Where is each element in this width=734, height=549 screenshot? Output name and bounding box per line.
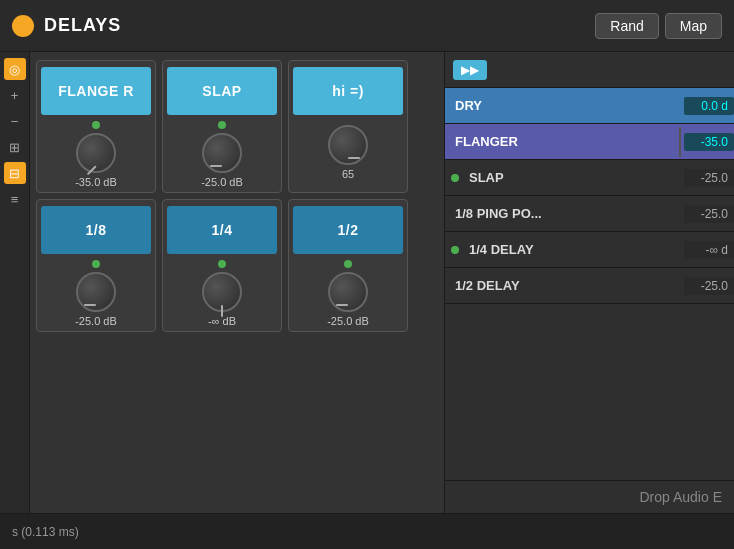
1-4-label: 1/4 [167, 206, 277, 254]
1-8-knob-indicator [84, 304, 96, 306]
1-2-knob-indicator [336, 304, 348, 306]
flanger-knob-indicator [87, 165, 97, 175]
drop-audio-zone[interactable]: Drop Audio E [445, 480, 734, 513]
right-top-bar: ▶▶ [445, 52, 734, 88]
chain-item-1-8-ping[interactable]: 1/8 PING PO... -25.0 [445, 196, 734, 232]
1-4-active-dot [218, 260, 226, 268]
map-button[interactable]: Map [665, 13, 722, 39]
1-4-knob-indicator [221, 305, 223, 317]
1-2-channel[interactable]: 1/2 -25.0 dB [288, 199, 408, 332]
1-4-knob-container: -∞ dB [202, 272, 242, 327]
slap-channel[interactable]: SLAP -25.0 dB [162, 60, 282, 193]
chain-value-1-2-delay: -25.0 [684, 277, 734, 295]
1-2-knob-container: -25.0 dB [327, 272, 369, 327]
hi-value: 65 [342, 168, 354, 180]
chain-value-flanger: -35.0 [684, 133, 734, 151]
add-track-icon[interactable]: ⊞ [4, 136, 26, 158]
chain-dot-slap [451, 174, 459, 182]
slap-value: -25.0 dB [201, 176, 243, 188]
1-2-value: -25.0 dB [327, 315, 369, 327]
headphones-icon[interactable]: ◎ [4, 58, 26, 80]
play-button[interactable]: ▶▶ [453, 60, 487, 80]
main-content: ◎ + − ⊞ ⊟ ≡ FLANGE R -35.0 dB SLAP [0, 52, 734, 513]
power-indicator[interactable] [12, 15, 34, 37]
sidebar: ◎ + − ⊞ ⊟ ≡ [0, 52, 30, 513]
right-panel: ▶▶ DRY 0.0 d FLANGER -35.0 SLAP -25.0 [445, 52, 734, 513]
rand-button[interactable]: Rand [595, 13, 658, 39]
hi-channel[interactable]: hi =) 65 [288, 60, 408, 193]
collapse-icon[interactable]: ⊟ [4, 162, 26, 184]
flanger-channel[interactable]: FLANGE R -35.0 dB [36, 60, 156, 193]
status-bar: s (0.113 ms) [0, 513, 734, 549]
1-8-channel[interactable]: 1/8 -25.0 dB [36, 199, 156, 332]
slap-knob-indicator [210, 165, 222, 167]
hi-knob-container: 65 [328, 125, 368, 180]
top-bar: DELAYS Rand Map [0, 0, 734, 52]
slap-active-dot [218, 121, 226, 129]
1-4-channel[interactable]: 1/4 -∞ dB [162, 199, 282, 332]
slap-knob[interactable] [202, 133, 242, 173]
plus-icon[interactable]: + [4, 84, 26, 106]
chain-label-1-8-ping: 1/8 PING PO... [445, 206, 684, 221]
drop-audio-text: Drop Audio E [640, 489, 723, 505]
1-8-value: -25.0 dB [75, 315, 117, 327]
slap-label: SLAP [167, 67, 277, 115]
flanger-knob[interactable] [76, 133, 116, 173]
flanger-label: FLANGE R [41, 67, 151, 115]
channel-strips: FLANGE R -35.0 dB SLAP -25.0 dB [30, 52, 445, 513]
1-8-label: 1/8 [41, 206, 151, 254]
list-icon[interactable]: ≡ [4, 188, 26, 210]
flanger-active-dot [92, 121, 100, 129]
hi-label: hi =) [293, 67, 403, 115]
slap-knob-container: -25.0 dB [201, 133, 243, 188]
chain-value-slap: -25.0 [684, 169, 734, 187]
chain-item-1-4-delay[interactable]: 1/4 DELAY -∞ d [445, 232, 734, 268]
chain-value-1-4-delay: -∞ d [684, 241, 734, 259]
1-8-knob-container: -25.0 dB [75, 272, 117, 327]
top-bar-buttons: Rand Map [595, 13, 722, 39]
chain-label-flanger: FLANGER [445, 134, 676, 149]
1-2-active-dot [344, 260, 352, 268]
chain-list: DRY 0.0 d FLANGER -35.0 SLAP -25.0 1/8 P… [445, 88, 734, 480]
flanger-knob-container: -35.0 dB [75, 133, 117, 188]
1-4-knob[interactable] [202, 272, 242, 312]
1-8-active-dot [92, 260, 100, 268]
minus-icon[interactable]: − [4, 110, 26, 132]
bottom-channel-row: 1/8 -25.0 dB 1/4 -∞ dB [36, 199, 438, 332]
1-8-knob[interactable] [76, 272, 116, 312]
chain-item-flanger[interactable]: FLANGER -35.0 [445, 124, 734, 160]
flanger-value: -35.0 dB [75, 176, 117, 188]
chain-label-dry: DRY [445, 98, 684, 113]
1-2-knob[interactable] [328, 272, 368, 312]
chain-item-dry[interactable]: DRY 0.0 d [445, 88, 734, 124]
chain-item-slap[interactable]: SLAP -25.0 [445, 160, 734, 196]
page-title: DELAYS [44, 15, 595, 36]
chain-separator-flanger [679, 127, 681, 157]
hi-knob-indicator [348, 157, 360, 159]
chain-value-dry: 0.0 d [684, 97, 734, 115]
chain-label-1-2-delay: 1/2 DELAY [445, 278, 684, 293]
chain-label-slap: SLAP [459, 170, 684, 185]
1-2-label: 1/2 [293, 206, 403, 254]
status-text: s (0.113 ms) [12, 525, 79, 539]
chain-item-1-2-delay[interactable]: 1/2 DELAY -25.0 [445, 268, 734, 304]
chain-dot-1-4 [451, 246, 459, 254]
hi-knob[interactable] [328, 125, 368, 165]
chain-label-1-4-delay: 1/4 DELAY [459, 242, 684, 257]
top-channel-row: FLANGE R -35.0 dB SLAP -25.0 dB [36, 60, 438, 193]
chain-value-1-8-ping: -25.0 [684, 205, 734, 223]
